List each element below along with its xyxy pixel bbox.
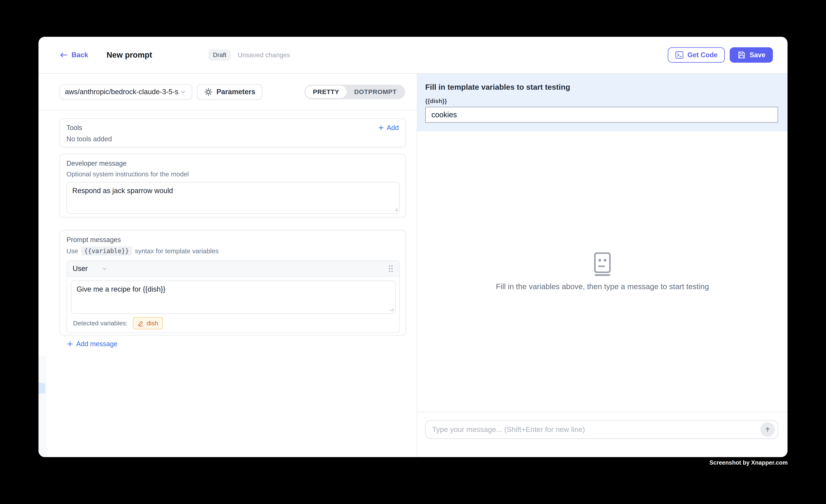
parameters-button[interactable]: Parameters bbox=[197, 84, 262, 100]
developer-message-title: Developer message bbox=[66, 160, 400, 167]
save-label: Save bbox=[750, 51, 765, 59]
watermark-text: Screenshot by Xnapper.com bbox=[709, 459, 788, 466]
variable-syntax-hint: Use {{variable}} syntax for template var… bbox=[66, 246, 400, 256]
developer-message-subtitle: Optional system instructions for the mod… bbox=[66, 170, 400, 178]
user-message-textarea[interactable]: Give me a recipe for {{dish}} bbox=[71, 280, 396, 314]
detected-variables-row: Detected variables: dish bbox=[71, 317, 396, 329]
add-message-button[interactable]: Add message bbox=[66, 340, 118, 348]
message-block: User bbox=[66, 260, 400, 333]
hint-suffix: syntax for template variables bbox=[135, 247, 219, 255]
tester-title: Fill in template variables to start test… bbox=[425, 83, 778, 91]
chevron-down-icon bbox=[179, 88, 187, 96]
tools-empty-text: No tools added bbox=[66, 135, 399, 143]
get-code-button[interactable]: Get Code bbox=[668, 47, 725, 63]
prompt-editor-window: Back New prompt Draft Unsaved changes Ge… bbox=[39, 37, 787, 457]
developer-message-textarea[interactable]: Respond as jack sparrow would bbox=[66, 182, 400, 214]
pencil-icon bbox=[137, 320, 144, 327]
add-tool-label: Add bbox=[387, 124, 399, 132]
toggle-option-dotprompt[interactable]: DOTPROMPT bbox=[347, 85, 404, 98]
robot-face-icon bbox=[592, 252, 613, 276]
message-role-select[interactable]: User bbox=[73, 265, 108, 273]
toggle-option-pretty[interactable]: PRETTY bbox=[305, 85, 347, 98]
message-body: Give me a recipe for {{dish}} Detected v… bbox=[67, 277, 399, 332]
prompt-messages-card: Prompt messages Use {{variable}} syntax … bbox=[60, 230, 406, 335]
chat-input-box bbox=[425, 420, 778, 439]
save-floppy-icon bbox=[737, 51, 746, 59]
page-title: New prompt bbox=[107, 51, 152, 60]
variable-chip-dish[interactable]: dish bbox=[133, 317, 163, 329]
resize-handle-icon[interactable] bbox=[389, 307, 394, 312]
chevron-down-icon bbox=[101, 265, 108, 272]
empty-state-text: Fill in the variables above, then type a… bbox=[496, 282, 709, 291]
back-button[interactable]: Back bbox=[60, 51, 88, 59]
sidebar-sliver bbox=[39, 356, 47, 457]
prompt-messages-title: Prompt messages bbox=[66, 236, 400, 244]
drag-handle-icon[interactable] bbox=[388, 264, 394, 273]
developer-message-card: Developer message Optional system instru… bbox=[60, 154, 406, 217]
editor-cards: Tools Add No tools added bbox=[39, 111, 417, 335]
variable-value-input[interactable] bbox=[425, 107, 778, 123]
variable-name-label: {{dish}} bbox=[425, 98, 778, 105]
back-label: Back bbox=[71, 51, 88, 59]
gear-icon bbox=[204, 87, 213, 96]
model-row: aws/anthropic/bedrock-claude-3-5-s... bbox=[39, 74, 417, 111]
send-button[interactable] bbox=[760, 422, 775, 437]
sidebar-active-item-sliver bbox=[39, 383, 45, 394]
parameters-label: Parameters bbox=[217, 88, 255, 96]
get-code-label: Get Code bbox=[688, 51, 717, 59]
template-variables-section: Fill in template variables to start test… bbox=[417, 74, 787, 131]
model-select[interactable]: aws/anthropic/bedrock-claude-3-5-s... bbox=[60, 84, 192, 100]
send-arrow-icon bbox=[764, 426, 771, 433]
save-button[interactable]: Save bbox=[730, 47, 773, 63]
message-header: User bbox=[67, 261, 399, 277]
chat-empty-state: Fill in the variables above, then type a… bbox=[417, 131, 787, 412]
unsaved-changes-text: Unsaved changes bbox=[238, 51, 290, 59]
plus-icon bbox=[66, 340, 74, 348]
plus-icon bbox=[378, 124, 385, 131]
code-terminal-icon bbox=[675, 51, 684, 59]
message-role-value: User bbox=[73, 265, 88, 273]
back-arrow-icon bbox=[60, 52, 68, 58]
resize-handle-icon[interactable] bbox=[394, 207, 398, 212]
tester-panel: Fill in template variables to start test… bbox=[417, 74, 787, 457]
status-badge: Draft bbox=[209, 49, 231, 61]
view-mode-toggle: PRETTY DOTPROMPT bbox=[304, 85, 405, 99]
model-select-value: aws/anthropic/bedrock-claude-3-5-s... bbox=[65, 88, 179, 96]
body-split: aws/anthropic/bedrock-claude-3-5-s... bbox=[39, 74, 787, 457]
header-actions: Get Code Save bbox=[668, 47, 773, 63]
hint-prefix: Use bbox=[66, 247, 78, 255]
tools-title: Tools bbox=[66, 124, 82, 132]
add-tool-button[interactable]: Add bbox=[378, 124, 399, 132]
variable-chip-label: dish bbox=[146, 320, 158, 327]
chat-input-section bbox=[417, 412, 787, 457]
detected-variables-label: Detected variables: bbox=[73, 320, 128, 327]
variable-syntax-code: {{variable}} bbox=[81, 246, 132, 256]
add-message-label: Add message bbox=[76, 340, 118, 348]
chat-message-input[interactable] bbox=[432, 425, 760, 434]
tools-card: Tools Add No tools added bbox=[60, 118, 406, 147]
editor-panel: aws/anthropic/bedrock-claude-3-5-s... bbox=[39, 74, 417, 457]
header: Back New prompt Draft Unsaved changes Ge… bbox=[39, 37, 787, 74]
